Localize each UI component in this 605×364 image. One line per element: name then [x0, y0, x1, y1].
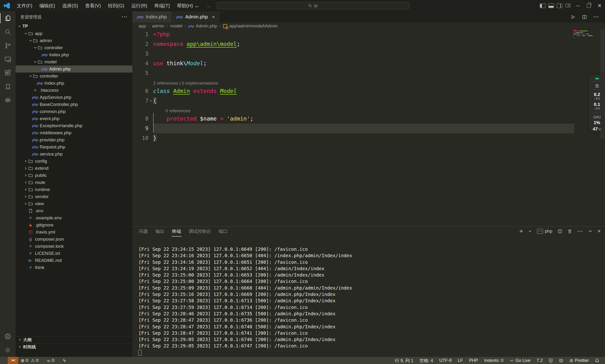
- panel-tab-3[interactable]: 调试控制台: [188, 227, 211, 237]
- maximize-button[interactable]: [583, 0, 594, 11]
- outline-section[interactable]: 大纲: [16, 336, 132, 343]
- split-terminal-icon[interactable]: [558, 229, 562, 234]
- tree-file-exceptionhandle.php[interactable]: phpExceptionHandle.php: [16, 122, 132, 129]
- tree-file-.htaccess[interactable]: ≡.htaccess: [16, 87, 132, 94]
- breadcrumb-item-0[interactable]: app: [139, 23, 146, 29]
- status-item--9-1[interactable]: 行 9, 列 1: [392, 357, 416, 364]
- tree-folder-vendor[interactable]: vendor: [16, 193, 132, 200]
- tree-folder-public[interactable]: public: [16, 172, 132, 179]
- terminal-profile[interactable]: C:\ php: [537, 229, 552, 234]
- activity-source-control[interactable]: [0, 39, 16, 52]
- tree-folder-controller[interactable]: controller: [16, 73, 132, 80]
- nav-back-icon[interactable]: ←: [194, 2, 200, 9]
- terminal-output[interactable]: [Fri Sep 22 23:24:15 2023] 127.0.0.1:664…: [139, 246, 352, 356]
- minimap[interactable]: [574, 30, 595, 38]
- tab-admin-php[interactable]: php Admin.php ×: [172, 11, 219, 23]
- remote-indicator[interactable]: ><: [8, 357, 18, 364]
- tree-folder-extend[interactable]: extend: [16, 165, 132, 172]
- codelens[interactable]: 0 references: [132, 106, 605, 114]
- status-item-lf[interactable]: LF: [455, 357, 466, 364]
- tree-file-.env[interactable]: .env: [16, 207, 132, 214]
- tree-folder-view[interactable]: view: [16, 200, 132, 207]
- panel-tab-1[interactable]: 输出: [155, 227, 165, 237]
- activity-search[interactable]: [0, 25, 16, 39]
- toggle-sidebar-icon[interactable]: [538, 0, 547, 11]
- toggle-panel-icon[interactable]: [547, 0, 555, 11]
- ports-indicator[interactable]: 0: [41, 357, 57, 364]
- toggle-secondary-sidebar-icon[interactable]: [555, 0, 564, 11]
- menu-5[interactable]: 运行(R): [128, 0, 151, 11]
- panel-tab-4[interactable]: 端口: [218, 227, 228, 237]
- breadcrumb-item-2[interactable]: model: [170, 23, 182, 29]
- activity-account[interactable]: [0, 329, 16, 343]
- activity-todo-tree[interactable]: [0, 94, 16, 107]
- tree-file-.gitignore[interactable]: ◆.gitignore: [16, 221, 132, 229]
- tree-file-think[interactable]: ≡think: [16, 264, 132, 271]
- status-item-robot[interactable]: [556, 357, 566, 364]
- close-tab-icon[interactable]: ×: [212, 14, 215, 20]
- status-item-go-live[interactable]: Go Live: [506, 357, 534, 364]
- explorer-more-actions-icon[interactable]: ···: [122, 14, 128, 20]
- tree-file-request.php[interactable]: phpRequest.php: [16, 143, 132, 151]
- status-item-utf-8[interactable]: UTF-8: [436, 357, 455, 364]
- menu-3[interactable]: 查看(V): [81, 0, 104, 11]
- close-panel-icon[interactable]: ×: [597, 229, 601, 233]
- panel-tab-2[interactable]: 终端: [172, 227, 181, 237]
- tree-folder-route[interactable]: route: [16, 179, 132, 186]
- problems-indicator[interactable]: ⊗ 0 ⚠︎ 0: [18, 357, 41, 364]
- nav-forward-icon[interactable]: →: [206, 2, 211, 9]
- tree-file-middleware.php[interactable]: phpmiddleware.php: [16, 129, 132, 136]
- editor-more-actions-icon[interactable]: ···: [593, 14, 599, 20]
- menu-7[interactable]: 帮助(H): [173, 0, 197, 11]
- tree-file-appservice.php[interactable]: phpAppService.php: [16, 94, 132, 101]
- tree-folder-controller[interactable]: controller: [16, 44, 132, 51]
- tree-folder-admin[interactable]: admin: [16, 37, 132, 44]
- customize-layout-icon[interactable]: [564, 0, 572, 11]
- monitor-toggle[interactable]: [595, 84, 599, 86]
- status-item-prettier[interactable]: ⊘Prettier: [566, 357, 592, 364]
- code-editor[interactable]: 1<?php2namespace app\admin\model;34use t…: [132, 29, 605, 157]
- debug-listen-indicator[interactable]: ϟ: [57, 357, 68, 364]
- tree-file-service.php[interactable]: phpservice.php: [16, 151, 132, 158]
- command-center-search[interactable]: tp: [216, 2, 410, 9]
- tree-folder-app[interactable]: app: [16, 30, 132, 37]
- fold-icon[interactable]: [148, 100, 153, 102]
- activity-settings[interactable]: [0, 343, 16, 357]
- tree-file-admin.php[interactable]: phpAdmin.php: [16, 65, 132, 73]
- status-item--4[interactable]: 空格: 4: [416, 357, 436, 364]
- tree-file-.example.env[interactable]: ≡.example.env: [16, 214, 132, 221]
- activity-explorer[interactable]: [0, 11, 16, 25]
- breadcrumb-item-4[interactable]: app\admin\model\Admin: [223, 23, 278, 29]
- tree-file-composer.json[interactable]: {}composer.json: [16, 236, 132, 243]
- tree-file-provider.php[interactable]: phpprovider.php: [16, 136, 132, 143]
- maximize-panel-icon[interactable]: [589, 230, 592, 233]
- kill-terminal-icon[interactable]: [568, 229, 572, 234]
- tree-file-index.php[interactable]: phpIndex.php: [16, 80, 132, 87]
- status-item-7-2[interactable]: 7.2: [534, 357, 546, 364]
- menu-2[interactable]: 选择(S): [59, 0, 81, 11]
- menu-4[interactable]: 转到(G): [104, 0, 128, 11]
- tree-file-index.php[interactable]: phpIndex.php: [16, 51, 132, 58]
- panel-tab-0[interactable]: 问题: [139, 227, 148, 237]
- split-editor-icon[interactable]: [582, 15, 587, 19]
- activity-remote-explorer[interactable]: [0, 52, 16, 66]
- tree-file-.travis.yml[interactable]: Y.travis.yml: [16, 229, 132, 236]
- close-button[interactable]: ×: [594, 0, 605, 11]
- tree-folder-model[interactable]: model: [16, 58, 132, 65]
- tree-file-basecontroller.php[interactable]: phpBaseController.php: [16, 101, 132, 108]
- breadcrumb-item-1[interactable]: admin: [152, 23, 164, 29]
- status-item-indents-0[interactable]: Indents: 0: [481, 357, 506, 364]
- tab-index-php[interactable]: php Index.php: [132, 11, 172, 23]
- activity-extensions[interactable]: [0, 66, 16, 80]
- status-item-php[interactable]: PHP: [466, 357, 481, 364]
- run-button-icon[interactable]: [571, 15, 576, 19]
- activity-bookmarks[interactable]: [0, 80, 16, 94]
- tree-file-license.txt[interactable]: ≡LICENSE.txt: [16, 250, 132, 257]
- new-terminal-icon[interactable]: +: [519, 229, 523, 234]
- breadcrumb-item-3[interactable]: phpAdmin.php: [188, 23, 217, 29]
- tree-folder-config[interactable]: config: [16, 158, 132, 165]
- minimize-button[interactable]: —: [572, 0, 583, 11]
- menu-1[interactable]: 编辑(E): [36, 0, 59, 11]
- tree-file-common.php[interactable]: phpcommon.php: [16, 108, 132, 115]
- terminal-dropdown-icon[interactable]: [528, 230, 531, 233]
